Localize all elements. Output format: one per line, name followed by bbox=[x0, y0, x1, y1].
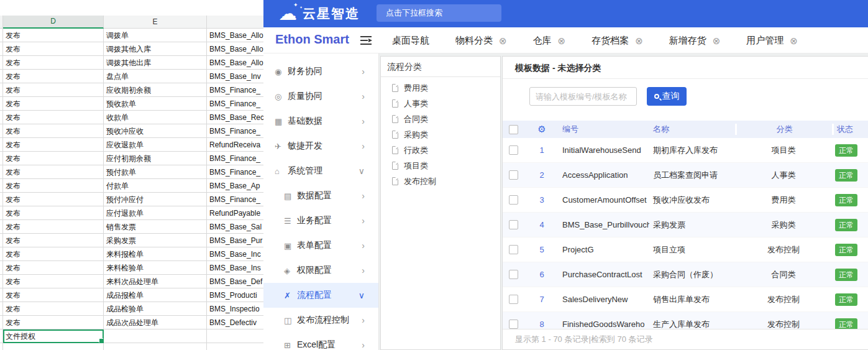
cell-doc-code[interactable]: BMS_Base_Allo bbox=[207, 56, 263, 70]
cell-publish-status[interactable]: 发布 bbox=[3, 152, 104, 165]
cell-doc-code[interactable]: BMS_Base_Rec bbox=[207, 111, 263, 124]
sidebar-item[interactable]: ⌂ 系统管理 ∨ bbox=[263, 159, 378, 183]
gear-icon[interactable]: ⚙ bbox=[537, 124, 546, 134]
cell-doc-code[interactable]: BMS_Base_Ap bbox=[207, 179, 263, 193]
cell-doc-name[interactable] bbox=[104, 343, 207, 350]
tree-item[interactable]: 项目类 bbox=[381, 158, 500, 173]
template-search-input[interactable] bbox=[529, 87, 637, 106]
cell-doc-code[interactable]: BMS_Base_Allo bbox=[207, 29, 263, 42]
cell-doc-name[interactable]: 成品报检单 bbox=[104, 288, 207, 302]
cell-doc-code[interactable]: BMS_Finance_ bbox=[207, 83, 263, 97]
tree-item[interactable]: 费用类 bbox=[381, 80, 500, 96]
dropdown-search-button[interactable]: 点击下拉框搜索 bbox=[377, 4, 501, 22]
cell-doc-name[interactable]: 成品检验单 bbox=[104, 302, 207, 316]
tab-close-icon[interactable]: ⊗ bbox=[635, 36, 643, 45]
header-code[interactable]: 编号 bbox=[559, 124, 649, 135]
cell-doc-name[interactable] bbox=[104, 329, 207, 343]
nav-tab[interactable]: 仓库 ⊗ bbox=[533, 35, 566, 47]
row-checkbox[interactable] bbox=[509, 320, 518, 329]
row-code[interactable]: AccessApplication bbox=[559, 170, 649, 180]
sidebar-item[interactable]: ◈ 权限配置 › bbox=[263, 258, 378, 283]
tree-item[interactable]: 合同类 bbox=[381, 111, 500, 127]
cell-doc-name[interactable]: 预付款单 bbox=[104, 165, 207, 179]
tree-item[interactable]: 人事类 bbox=[381, 96, 500, 111]
row-checkbox[interactable] bbox=[509, 295, 518, 304]
cell-publish-status[interactable]: 发布 bbox=[3, 165, 104, 179]
nav-tab[interactable]: 新增存货 ⊗ bbox=[669, 35, 721, 47]
cell-publish-status[interactable]: 发布 bbox=[3, 275, 104, 288]
cell-publish-status[interactable]: 发布 bbox=[3, 111, 104, 124]
cell-publish-status[interactable]: 发布 bbox=[3, 97, 104, 111]
column-header-f[interactable] bbox=[207, 16, 263, 29]
cell-doc-code[interactable] bbox=[207, 329, 263, 343]
cell-doc-code[interactable]: BMS_Inspectio bbox=[207, 302, 263, 316]
row-checkbox[interactable] bbox=[509, 195, 518, 205]
tab-close-icon[interactable]: ⊗ bbox=[713, 36, 721, 45]
cell-publish-status[interactable]: 发布 bbox=[3, 42, 104, 56]
tree-item[interactable]: 行政类 bbox=[381, 142, 500, 158]
cell-doc-name[interactable]: 收款单 bbox=[104, 111, 207, 124]
tab-close-icon[interactable]: ⊗ bbox=[790, 36, 798, 45]
sidebar-item[interactable]: ☰ 业务配置 › bbox=[263, 208, 378, 233]
nav-tab[interactable]: 物料分类 ⊗ bbox=[455, 35, 507, 47]
cell-doc-code[interactable] bbox=[207, 343, 263, 350]
row-checkbox[interactable] bbox=[509, 220, 518, 229]
row-code[interactable]: BMS_Base_Purbillvouch bbox=[559, 220, 649, 229]
nav-tab[interactable]: 桌面导航 ⊗ bbox=[392, 35, 429, 47]
cell-doc-name[interactable]: 调拨单 bbox=[104, 29, 207, 42]
cell-publish-status[interactable]: 发布 bbox=[3, 234, 104, 247]
cell-publish-status[interactable]: 发布 bbox=[3, 179, 104, 193]
header-name[interactable]: 名称 bbox=[649, 124, 735, 135]
cell-publish-status[interactable]: 发布 bbox=[3, 316, 104, 329]
cell-doc-name[interactable]: 预付冲应付 bbox=[104, 193, 207, 206]
cell-doc-code[interactable]: BMS_Base_Inv bbox=[207, 70, 263, 83]
sidebar-item[interactable]: ▦ 基础数据 › bbox=[263, 109, 378, 134]
cell-doc-code[interactable]: BMS_Base_Allo bbox=[207, 42, 263, 56]
cell-doc-code[interactable]: BMS_Base_Inc bbox=[207, 247, 263, 261]
cell-doc-name[interactable]: 销售发票 bbox=[104, 220, 207, 234]
column-header-e[interactable]: E bbox=[104, 16, 207, 29]
row-checkbox[interactable] bbox=[509, 270, 518, 279]
cell-publish-status[interactable]: 发布 bbox=[3, 138, 104, 152]
cell-doc-name[interactable]: 来料报检单 bbox=[104, 247, 207, 261]
cell-publish-status[interactable]: 发布 bbox=[3, 261, 104, 275]
cell-doc-code[interactable]: BMS_Finance_ bbox=[207, 97, 263, 111]
select-all-checkbox[interactable] bbox=[509, 125, 518, 134]
cell-publish-status[interactable]: 发布 bbox=[3, 206, 104, 220]
cell-publish-status[interactable] bbox=[3, 343, 104, 350]
row-checkbox[interactable] bbox=[509, 170, 518, 180]
cell-doc-name[interactable]: 应收期初余额 bbox=[104, 83, 207, 97]
sidebar-item[interactable]: ✈ 敏捷开发 › bbox=[263, 134, 378, 159]
cell-doc-code[interactable]: BMS_Finance_ bbox=[207, 152, 263, 165]
row-code[interactable]: CustomerAmountOffset bbox=[559, 195, 649, 205]
cell-doc-code[interactable]: BMS_Defectiv bbox=[207, 316, 263, 329]
cell-doc-code[interactable]: BMS_Finance_ bbox=[207, 124, 263, 138]
cell-doc-name[interactable]: 盘点单 bbox=[104, 70, 207, 83]
tab-close-icon[interactable]: ⊗ bbox=[499, 36, 507, 45]
column-header-d[interactable]: D bbox=[3, 16, 104, 29]
sidebar-item[interactable]: ▣ 表单配置 › bbox=[263, 233, 378, 258]
cell-doc-name[interactable]: 成品次品处理单 bbox=[104, 316, 207, 329]
cell-doc-name[interactable]: 预收款单 bbox=[104, 97, 207, 111]
row-code[interactable]: ProjectG bbox=[559, 245, 649, 254]
cell-doc-code[interactable]: BMS_Base_Ins bbox=[207, 261, 263, 275]
sidebar-collapse-icon[interactable] bbox=[360, 36, 372, 45]
cell-doc-code[interactable]: BMS_Finance_ bbox=[207, 165, 263, 179]
cell-doc-code[interactable]: BMS_Finance_ bbox=[207, 193, 263, 206]
cell-doc-name[interactable]: 应付退款单 bbox=[104, 206, 207, 220]
sidebar-item[interactable]: ◉ 财务协同 › bbox=[263, 59, 378, 84]
row-code[interactable]: PurchaseContractLost bbox=[559, 270, 649, 279]
cell-doc-name[interactable]: 预收冲应收 bbox=[104, 124, 207, 138]
row-code[interactable]: SalesDeliveryNew bbox=[559, 295, 649, 304]
cell-doc-code[interactable]: BMS_Base_Sal bbox=[207, 220, 263, 234]
tab-close-icon[interactable]: ⊗ bbox=[558, 36, 566, 45]
sidebar-item[interactable]: ◎ 质量协同 › bbox=[263, 84, 378, 109]
nav-tab[interactable]: 用户管理 ⊗ bbox=[746, 35, 798, 47]
cell-publish-status[interactable]: 发布 bbox=[3, 56, 104, 70]
sidebar-item[interactable]: ◫ 发布流程控制 › bbox=[263, 308, 378, 333]
sidebar-item[interactable]: ✗ 流程配置 ∨ bbox=[263, 283, 378, 308]
row-code[interactable]: FinishedGoodsWareho bbox=[559, 320, 649, 329]
cell-publish-status[interactable]: 发布 bbox=[3, 193, 104, 206]
row-checkbox[interactable] bbox=[509, 245, 518, 254]
header-status[interactable]: 状态 bbox=[832, 124, 868, 135]
